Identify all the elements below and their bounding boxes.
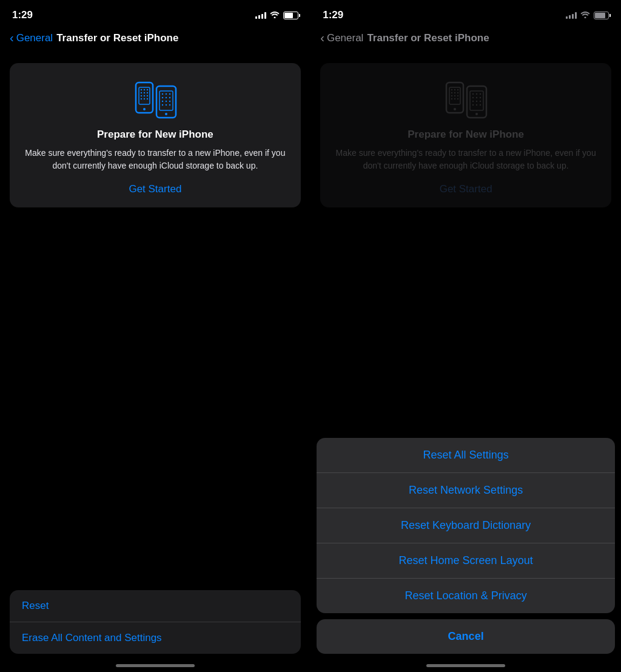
svg-point-24: [166, 101, 167, 102]
left-back-label: General: [16, 32, 53, 44]
svg-point-5: [141, 92, 142, 93]
right-panel: 1:29 ‹ General T: [310, 0, 621, 672]
reset-keyboard-dictionary-item[interactable]: Reset Keyboard Dictionary: [317, 508, 615, 543]
svg-point-26: [162, 104, 163, 106]
svg-point-47: [472, 93, 474, 95]
svg-point-12: [144, 98, 145, 99]
svg-point-35: [451, 92, 452, 93]
left-nav-title: Transfer or Reset iPhone: [56, 32, 178, 44]
svg-point-23: [162, 101, 163, 102]
left-card-section: Prepare for New iPhone Make sure everyth…: [0, 53, 310, 207]
svg-point-8: [141, 95, 142, 96]
svg-point-21: [166, 97, 167, 98]
left-status-time: 1:29: [12, 9, 33, 21]
right-home-indicator: [426, 664, 505, 667]
svg-point-52: [480, 97, 481, 98]
action-sheet: Reset All Settings Reset Network Setting…: [317, 438, 615, 613]
svg-point-6: [144, 92, 145, 93]
reset-location-privacy-item[interactable]: Reset Location & Privacy: [317, 579, 615, 613]
right-wifi-icon: [580, 11, 590, 20]
right-back-label: General: [327, 32, 363, 44]
svg-point-20: [162, 97, 163, 98]
left-status-bar: 1:29: [0, 0, 310, 27]
svg-point-22: [169, 97, 170, 98]
left-card-title: Prepare for New iPhone: [97, 129, 213, 141]
transfer-icon-blue: [131, 78, 180, 120]
svg-point-50: [472, 97, 474, 98]
svg-point-7: [147, 92, 148, 93]
svg-point-57: [476, 104, 477, 106]
right-battery-icon: [594, 12, 609, 19]
left-card-desc: Make sure everything's ready to transfer…: [22, 147, 289, 172]
svg-point-44: [454, 108, 456, 110]
svg-point-11: [141, 98, 142, 99]
svg-point-59: [475, 113, 478, 115]
left-home-indicator: [116, 664, 195, 667]
left-chevron-icon: ‹: [10, 31, 14, 45]
svg-point-34: [457, 89, 458, 90]
svg-point-18: [166, 93, 167, 95]
svg-point-9: [144, 95, 145, 96]
svg-point-41: [451, 98, 452, 99]
right-chevron-icon: ‹: [320, 31, 324, 45]
svg-point-39: [454, 95, 455, 96]
svg-point-42: [454, 98, 455, 99]
left-back-button[interactable]: ‹ General: [10, 32, 53, 45]
svg-point-10: [147, 95, 148, 96]
svg-point-56: [472, 104, 474, 106]
left-card: Prepare for New iPhone Make sure everyth…: [10, 63, 301, 207]
left-panel: 1:29 ‹ General T: [0, 0, 310, 672]
svg-point-4: [147, 89, 148, 90]
action-sheet-section: Reset All Settings Reset Network Setting…: [317, 438, 615, 654]
right-card: Prepare for New iPhone Make sure everyth…: [320, 63, 611, 207]
left-nav-bar: ‹ General Transfer or Reset iPhone: [0, 27, 310, 53]
svg-point-25: [169, 101, 170, 102]
reset-all-settings-item[interactable]: Reset All Settings: [317, 438, 615, 473]
battery-fill: [284, 13, 294, 18]
svg-point-38: [451, 95, 452, 96]
right-status-time: 1:29: [323, 9, 343, 21]
wifi-icon: [270, 11, 280, 20]
left-status-icons: [255, 11, 298, 20]
left-bottom-list: Reset Erase All Content and Settings: [10, 590, 301, 654]
right-card-desc: Make sure everything's ready to transfer…: [332, 147, 599, 172]
right-nav-title: Transfer or Reset iPhone: [367, 32, 489, 44]
svg-point-29: [165, 113, 167, 115]
cancel-button[interactable]: Cancel: [317, 619, 615, 654]
svg-point-51: [476, 97, 477, 98]
right-battery-fill: [595, 13, 605, 18]
svg-point-33: [454, 89, 455, 90]
svg-point-58: [480, 104, 481, 106]
right-signal-icon: [566, 12, 577, 19]
right-card-link[interactable]: Get Started: [440, 183, 492, 195]
svg-point-32: [451, 89, 452, 90]
svg-point-36: [454, 92, 455, 93]
svg-point-48: [476, 93, 477, 95]
left-card-link[interactable]: Get Started: [129, 183, 181, 195]
svg-point-40: [457, 95, 458, 96]
transfer-icon-gray: [441, 78, 490, 120]
svg-point-54: [476, 101, 477, 102]
right-status-bar: 1:29: [310, 0, 621, 27]
battery-icon: [283, 12, 298, 19]
svg-point-43: [457, 98, 458, 99]
svg-point-14: [143, 108, 146, 110]
svg-point-53: [472, 101, 474, 102]
svg-point-27: [166, 104, 167, 106]
reset-home-screen-layout-item[interactable]: Reset Home Screen Layout: [317, 543, 615, 579]
reset-list-item[interactable]: Reset: [10, 590, 301, 622]
svg-point-49: [480, 93, 481, 95]
signal-icon: [255, 12, 266, 19]
svg-point-55: [480, 101, 481, 102]
right-status-icons: [566, 11, 609, 20]
svg-point-17: [162, 93, 163, 95]
svg-point-28: [169, 104, 170, 106]
reset-network-settings-item[interactable]: Reset Network Settings: [317, 473, 615, 508]
svg-point-19: [169, 93, 170, 95]
right-nav-bar: ‹ General Transfer or Reset iPhone: [310, 27, 621, 53]
erase-list-item[interactable]: Erase All Content and Settings: [10, 622, 301, 654]
right-card-title: Prepare for New iPhone: [408, 129, 524, 141]
svg-point-37: [457, 92, 458, 93]
right-back-button[interactable]: ‹ General: [320, 32, 363, 45]
svg-point-3: [144, 89, 145, 90]
